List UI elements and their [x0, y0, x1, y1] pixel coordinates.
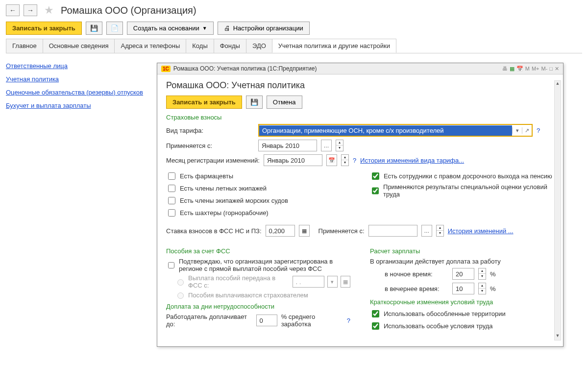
sidebar-link-2[interactable]: Оценочные обязательства (резервы) отпуск… — [6, 89, 143, 96]
tab-2[interactable]: Адреса и телефоны — [114, 39, 186, 53]
print-icon[interactable]: 🖶 — [502, 66, 508, 72]
org-settings-button[interactable]: Настройки организации — [218, 22, 310, 35]
nav-back-button[interactable]: ← — [6, 4, 20, 16]
modal-save-button[interactable] — [246, 96, 263, 109]
create-based-button[interactable]: Создать на основании ▼ — [127, 22, 214, 35]
calendar-icon[interactable]: 📅 — [516, 66, 523, 72]
grid-icon[interactable]: ▦ — [510, 66, 514, 72]
section-insurance: Страховые взносы — [166, 114, 554, 114]
accounting-policy-modal: 1С Ромашка ООО: Учетная политика (1С:Пре… — [157, 63, 564, 114]
tab-3[interactable]: Коды — [186, 39, 214, 53]
mem-mplus[interactable]: M+ — [532, 66, 539, 72]
window-close-icon[interactable]: ✕ — [555, 66, 559, 72]
save-button[interactable] — [86, 22, 102, 35]
page-title: Ромашка ООО (Организация) — [61, 5, 196, 16]
modal-title: Ромашка ООО: Учетная политика — [166, 80, 554, 91]
floppy-icon — [250, 98, 258, 106]
chevron-down-icon: ▼ — [202, 25, 207, 31]
tabs-bar: ГлавноеОсновные сведенияАдреса и телефон… — [6, 39, 582, 53]
tab-5[interactable]: ЭДО — [246, 39, 272, 53]
save-close-button[interactable]: Записать и закрыть — [6, 22, 82, 35]
main-toolbar: Записать и закрыть Создать на основании … — [6, 22, 582, 35]
mem-m[interactable]: M — [525, 66, 530, 72]
sidebar-link-0[interactable]: Ответственные лица — [6, 62, 143, 70]
tab-0[interactable]: Главное — [6, 39, 43, 53]
modal-save-close-button[interactable]: Записать и закрыть — [166, 96, 242, 109]
sidebar-link-3[interactable]: Бухучет и выплата зарплаты — [6, 102, 143, 109]
modal-cancel-button[interactable]: Отмена — [267, 96, 302, 109]
window-maximize-icon[interactable]: □ — [549, 66, 553, 72]
tab-6[interactable]: Учетная политика и другие настройки — [272, 39, 396, 53]
app-1c-icon: 1С — [161, 66, 171, 72]
mem-mminus[interactable]: M- — [541, 66, 548, 72]
print-icon — [224, 24, 230, 32]
modal-titlebar[interactable]: 1С Ромашка ООО: Учетная политика (1С:Пре… — [157, 63, 563, 74]
nav-forward-button[interactable]: → — [24, 4, 37, 16]
sidebar-links: Ответственные лицаУчетная политикаОценоч… — [6, 62, 143, 109]
tab-4[interactable]: Фонды — [214, 39, 246, 53]
floppy-icon — [90, 24, 98, 32]
modal-window-title: Ромашка ООО: Учетная политика (1С:Предпр… — [173, 65, 317, 72]
tab-1[interactable]: Основные сведения — [43, 39, 115, 53]
doc-button[interactable] — [106, 22, 123, 35]
sidebar-link-1[interactable]: Учетная политика — [6, 75, 143, 83]
document-icon — [111, 24, 119, 32]
favorite-star-icon[interactable]: ★ — [44, 4, 54, 17]
modal-scrollbar[interactable]: ▲ ▼ — [554, 80, 561, 114]
